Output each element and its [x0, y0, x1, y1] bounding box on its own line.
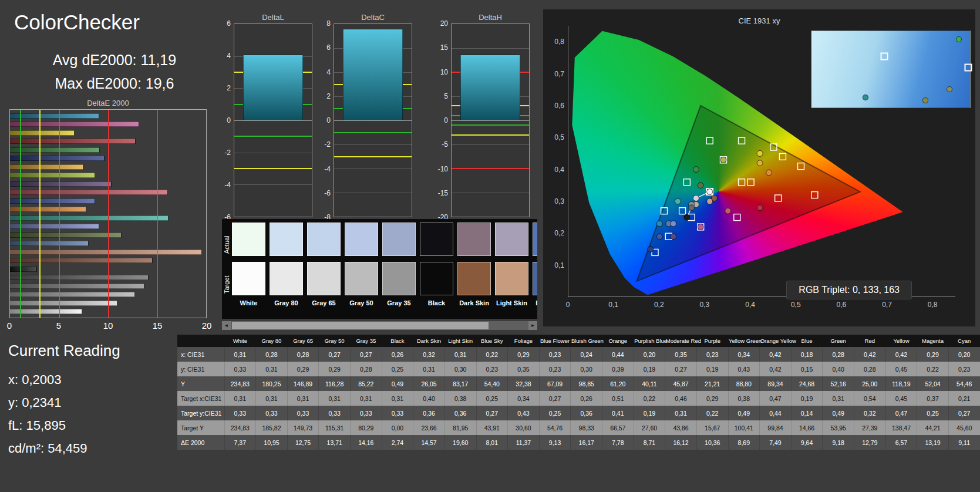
table-cell: 0,44: [602, 347, 634, 362]
table-cell: 8,01: [476, 435, 508, 450]
reference-line: [452, 134, 529, 136]
axis-tick-label: -4: [324, 165, 331, 173]
gridline: [157, 110, 158, 318]
table-cell: 0,27: [319, 347, 351, 362]
axis-tick-label: 0,5: [544, 133, 564, 141]
table-cell: 0,27: [948, 406, 980, 420]
table-cell: 0,31: [444, 347, 476, 362]
table-cell: 118,19: [885, 376, 917, 391]
table-column-header: Orange Yellow: [760, 335, 792, 347]
table-cell: 0,22: [696, 406, 728, 420]
table-cell: 24,68: [791, 376, 823, 391]
inset-measured-marker: [956, 36, 962, 42]
axis-tick-label: 5: [56, 321, 61, 331]
table-cell: 10,36: [696, 435, 728, 450]
actual-swatch: [457, 223, 491, 256]
axis-tick-label: 0: [227, 116, 231, 124]
axis-tick-label: -6: [324, 189, 331, 197]
axis-tick-label: 0,3: [700, 301, 710, 309]
scrollbar-thumb[interactable]: [232, 322, 489, 329]
axis-tick-label: 0: [566, 301, 570, 309]
reading-cdm2: cd/m²: 54,459: [8, 437, 120, 460]
table-column-header: Bluish Green: [571, 335, 602, 347]
table-cell: 13,19: [917, 435, 949, 450]
table-cell: 7,49: [760, 435, 792, 450]
axis-tick-label: 0,6: [837, 301, 847, 309]
axis-tick-label: 0,6: [544, 102, 564, 110]
deltal-chart: DeltaL -6-4-20246: [218, 13, 317, 220]
table-cell: 27,60: [634, 420, 665, 435]
table-cell: 0,23: [539, 347, 571, 362]
display-gamut-triangle: [637, 106, 860, 281]
scrollbar-track[interactable]: [231, 321, 528, 330]
axis-tick-label: -10: [438, 165, 448, 173]
table-cell: 0,30: [571, 362, 602, 376]
table-cell: 8,71: [634, 435, 665, 450]
table-cell: 0,31: [382, 391, 413, 406]
table-cell: 98,85: [571, 376, 602, 391]
table-cell: 0,42: [885, 347, 917, 362]
target-swatch: [495, 262, 528, 295]
table-cell: 0,29: [508, 347, 540, 362]
deltae-bar: [10, 156, 105, 161]
reference-line: [39, 110, 41, 318]
table-row: Target x:CIE310,310,310,310,310,310,310,…: [177, 391, 980, 406]
gridline: [452, 48, 529, 49]
table-cell: 0,31: [351, 391, 382, 406]
table-cell: 0,21: [948, 391, 980, 406]
actual-swatch: [345, 223, 378, 256]
deltae-bar: [10, 301, 117, 306]
scroll-right-icon[interactable]: ►: [528, 321, 537, 330]
swatch-column: Gray 50: [345, 223, 378, 306]
table-cell: 0,28: [351, 362, 382, 376]
table-cell: 0,35: [665, 347, 697, 362]
table-cell: 0,29: [319, 362, 351, 376]
table-cell: 32,38: [508, 376, 540, 391]
table-column-header: Foliage: [508, 335, 540, 347]
swatch-label: Gray 65: [307, 299, 341, 306]
gridline: [334, 169, 412, 169]
table-cell: 13,71: [319, 435, 351, 450]
target-swatch: [533, 262, 537, 295]
deltal-chart-title: DeltaL: [234, 13, 312, 22]
axis-tick-label: 0,8: [928, 301, 938, 309]
deltac-y-axis: -8-6-4-202468: [318, 23, 332, 217]
table-cell: 9,11: [948, 435, 980, 450]
deltal-plot: [234, 23, 312, 217]
table-cell: 0,29: [287, 362, 319, 376]
table-row: Target Y234,83185,82149,73115,3180,290,0…: [177, 420, 980, 435]
deltae-bar: [10, 113, 99, 119]
table-cell: 83,17: [444, 376, 476, 391]
cie-chart-title: CIE 1931 xy: [543, 16, 975, 25]
swatch-label: Gray 50: [345, 299, 378, 306]
table-column-header: Gray 65: [287, 335, 319, 347]
deltae-chart-title: DeltaE 2000: [9, 99, 207, 107]
axis-tick-label: 5: [444, 92, 448, 100]
target-swatch: [457, 262, 491, 295]
table-cell: 149,73: [287, 420, 319, 435]
table-cell: 0,22: [917, 362, 949, 376]
table-column-header: Dark Skin: [413, 335, 445, 347]
deltae-bar: [10, 267, 37, 272]
swatch-scrollbar[interactable]: ◄ ►: [222, 321, 537, 330]
table-cell: 0,34: [728, 347, 760, 362]
target-swatch: [420, 262, 453, 295]
table-cell: 0,31: [319, 391, 351, 406]
table-cell: 54,40: [476, 376, 508, 391]
table-cell: 0,27: [665, 362, 697, 376]
scroll-left-icon[interactable]: ◄: [222, 321, 231, 330]
measured-point: [720, 157, 726, 163]
reference-line: [234, 168, 312, 169]
actual-swatch: [382, 223, 416, 256]
cie-zoom-inset: [811, 31, 971, 108]
axis-tick-label: -15: [438, 189, 448, 197]
table-cell: 0,33: [224, 406, 256, 420]
axis-tick-label: 0,8: [544, 38, 564, 46]
table-cell: 0,28: [287, 347, 319, 362]
table-cell: 0,31: [224, 391, 256, 406]
table-cell: 0,14: [791, 406, 823, 420]
table-column-header: Cyan: [948, 335, 980, 347]
deltah-chart: DeltaH -20-15-10-505101520: [436, 13, 534, 220]
table-cell: 0,54: [854, 391, 886, 406]
table-cell: 0,40: [413, 391, 445, 406]
